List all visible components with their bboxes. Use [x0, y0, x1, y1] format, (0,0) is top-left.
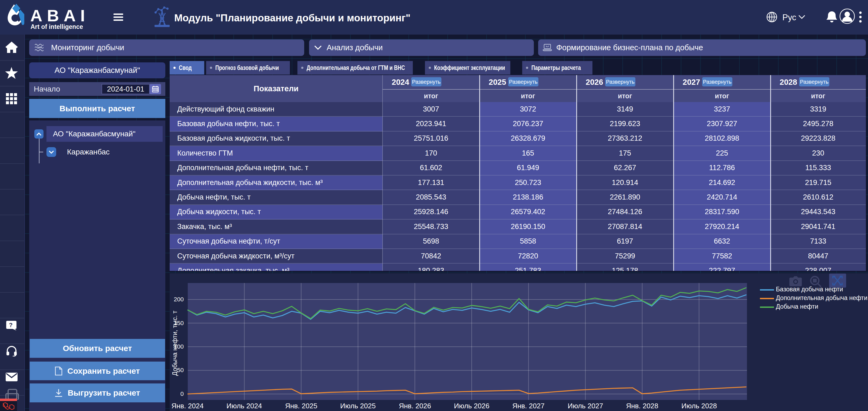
svg-text:?: ?	[9, 322, 12, 328]
